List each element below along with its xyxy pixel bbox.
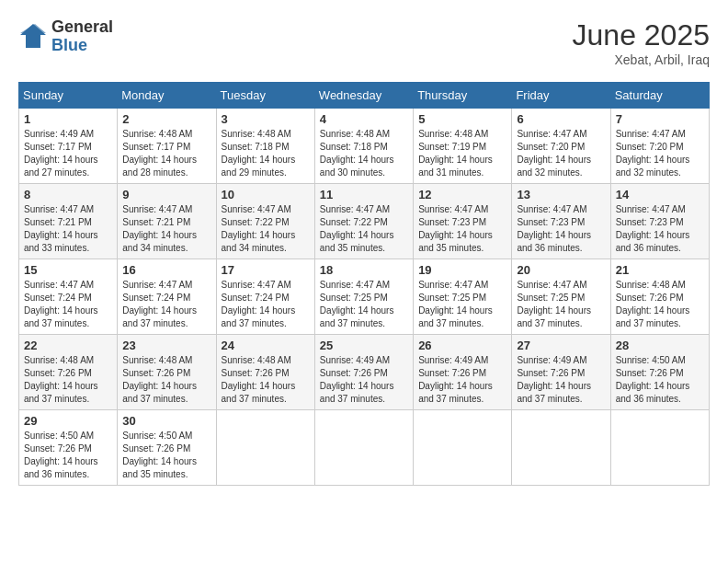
day-number: 25 xyxy=(320,339,408,352)
logo: General Blue xyxy=(18,18,113,55)
calendar-cell xyxy=(216,410,314,486)
day-number: 7 xyxy=(616,112,704,126)
day-info: Sunrise: 4:47 AMSunset: 7:20 PMDaylight:… xyxy=(616,129,690,178)
calendar-cell xyxy=(414,410,512,486)
day-info: Sunrise: 4:47 AMSunset: 7:25 PMDaylight:… xyxy=(517,280,591,328)
calendar-header-row: SundayMondayTuesdayWednesdayThursdayFrid… xyxy=(19,83,710,109)
calendar-cell: 1 Sunrise: 4:49 AMSunset: 7:17 PMDayligh… xyxy=(19,109,118,184)
calendar-cell: 21 Sunrise: 4:48 AMSunset: 7:26 PMDaylig… xyxy=(610,259,709,335)
calendar-week-row: 1 Sunrise: 4:49 AMSunset: 7:17 PMDayligh… xyxy=(19,109,710,184)
day-info: Sunrise: 4:47 AMSunset: 7:23 PMDaylight:… xyxy=(517,204,591,253)
title-section: June 2025 Xebat, Arbil, Iraq xyxy=(573,18,710,67)
calendar-cell: 5 Sunrise: 4:48 AMSunset: 7:19 PMDayligh… xyxy=(414,109,512,184)
calendar-cell: 17 Sunrise: 4:47 AMSunset: 7:24 PMDaylig… xyxy=(216,259,314,335)
calendar-cell xyxy=(314,410,413,486)
day-info: Sunrise: 4:48 AMSunset: 7:18 PMDaylight:… xyxy=(222,129,296,178)
day-info: Sunrise: 4:47 AMSunset: 7:25 PMDaylight:… xyxy=(320,280,394,328)
logo-icon xyxy=(18,22,48,52)
calendar-cell: 10 Sunrise: 4:47 AMSunset: 7:22 PMDaylig… xyxy=(216,184,314,259)
calendar-cell: 4 Sunrise: 4:48 AMSunset: 7:18 PMDayligh… xyxy=(314,109,413,184)
day-number: 30 xyxy=(122,414,210,428)
day-number: 4 xyxy=(320,112,408,126)
calendar-cell: 7 Sunrise: 4:47 AMSunset: 7:20 PMDayligh… xyxy=(610,109,709,184)
calendar-cell: 11 Sunrise: 4:47 AMSunset: 7:22 PMDaylig… xyxy=(314,184,413,259)
calendar-cell: 19 Sunrise: 4:47 AMSunset: 7:25 PMDaylig… xyxy=(414,259,512,335)
day-info: Sunrise: 4:49 AMSunset: 7:26 PMDaylight:… xyxy=(517,355,591,404)
day-number: 14 xyxy=(616,188,704,201)
calendar-cell: 14 Sunrise: 4:47 AMSunset: 7:23 PMDaylig… xyxy=(610,184,709,259)
day-info: Sunrise: 4:48 AMSunset: 7:26 PMDaylight:… xyxy=(24,355,98,404)
day-number: 26 xyxy=(418,339,506,352)
weekday-header: Tuesday xyxy=(216,83,314,109)
weekday-header: Monday xyxy=(118,83,216,109)
day-info: Sunrise: 4:47 AMSunset: 7:24 PMDaylight:… xyxy=(222,280,296,328)
calendar-cell: 8 Sunrise: 4:47 AMSunset: 7:21 PMDayligh… xyxy=(19,184,118,259)
day-number: 27 xyxy=(517,339,605,352)
calendar-cell: 18 Sunrise: 4:47 AMSunset: 7:25 PMDaylig… xyxy=(314,259,413,335)
day-number: 17 xyxy=(222,263,310,277)
month-title: June 2025 xyxy=(573,18,710,52)
day-number: 12 xyxy=(418,188,506,201)
calendar-cell: 23 Sunrise: 4:48 AMSunset: 7:26 PMDaylig… xyxy=(118,335,216,410)
day-number: 28 xyxy=(616,339,704,352)
calendar-cell: 2 Sunrise: 4:48 AMSunset: 7:17 PMDayligh… xyxy=(118,109,216,184)
day-number: 22 xyxy=(24,339,112,352)
calendar-cell: 25 Sunrise: 4:49 AMSunset: 7:26 PMDaylig… xyxy=(314,335,413,410)
day-info: Sunrise: 4:50 AMSunset: 7:26 PMDaylight:… xyxy=(24,431,98,479)
calendar-week-row: 8 Sunrise: 4:47 AMSunset: 7:21 PMDayligh… xyxy=(19,184,710,259)
day-info: Sunrise: 4:47 AMSunset: 7:21 PMDaylight:… xyxy=(122,204,197,253)
day-number: 6 xyxy=(517,112,605,126)
day-number: 23 xyxy=(122,339,210,352)
day-number: 15 xyxy=(24,263,112,277)
day-info: Sunrise: 4:50 AMSunset: 7:26 PMDaylight:… xyxy=(122,431,197,479)
calendar-cell: 26 Sunrise: 4:49 AMSunset: 7:26 PMDaylig… xyxy=(414,335,512,410)
day-number: 19 xyxy=(418,263,506,277)
day-info: Sunrise: 4:48 AMSunset: 7:26 PMDaylight:… xyxy=(222,355,296,404)
day-info: Sunrise: 4:47 AMSunset: 7:23 PMDaylight:… xyxy=(616,204,690,253)
calendar-cell: 16 Sunrise: 4:47 AMSunset: 7:24 PMDaylig… xyxy=(118,259,216,335)
calendar-cell: 12 Sunrise: 4:47 AMSunset: 7:23 PMDaylig… xyxy=(414,184,512,259)
day-number: 1 xyxy=(24,112,112,126)
day-info: Sunrise: 4:48 AMSunset: 7:26 PMDaylight:… xyxy=(616,280,690,328)
day-info: Sunrise: 4:47 AMSunset: 7:20 PMDaylight:… xyxy=(517,129,591,178)
calendar-cell xyxy=(610,410,709,486)
calendar-week-row: 22 Sunrise: 4:48 AMSunset: 7:26 PMDaylig… xyxy=(19,335,710,410)
calendar-week-row: 15 Sunrise: 4:47 AMSunset: 7:24 PMDaylig… xyxy=(19,259,710,335)
calendar-cell: 6 Sunrise: 4:47 AMSunset: 7:20 PMDayligh… xyxy=(512,109,610,184)
calendar-cell xyxy=(512,410,610,486)
calendar-cell: 28 Sunrise: 4:50 AMSunset: 7:26 PMDaylig… xyxy=(610,335,709,410)
weekday-header: Thursday xyxy=(414,83,512,109)
day-info: Sunrise: 4:47 AMSunset: 7:24 PMDaylight:… xyxy=(24,280,98,328)
day-info: Sunrise: 4:47 AMSunset: 7:22 PMDaylight:… xyxy=(222,204,296,253)
calendar-cell: 13 Sunrise: 4:47 AMSunset: 7:23 PMDaylig… xyxy=(512,184,610,259)
day-number: 18 xyxy=(320,263,408,277)
day-info: Sunrise: 4:47 AMSunset: 7:25 PMDaylight:… xyxy=(418,280,493,328)
calendar-week-row: 29 Sunrise: 4:50 AMSunset: 7:26 PMDaylig… xyxy=(19,410,710,486)
day-info: Sunrise: 4:47 AMSunset: 7:22 PMDaylight:… xyxy=(320,204,394,253)
day-info: Sunrise: 4:50 AMSunset: 7:26 PMDaylight:… xyxy=(616,355,690,404)
day-info: Sunrise: 4:48 AMSunset: 7:18 PMDaylight:… xyxy=(320,129,394,178)
day-number: 20 xyxy=(517,263,605,277)
day-number: 10 xyxy=(222,188,310,201)
day-info: Sunrise: 4:48 AMSunset: 7:17 PMDaylight:… xyxy=(122,129,197,178)
weekday-header: Saturday xyxy=(610,83,709,109)
calendar-cell: 15 Sunrise: 4:47 AMSunset: 7:24 PMDaylig… xyxy=(19,259,118,335)
calendar-cell: 22 Sunrise: 4:48 AMSunset: 7:26 PMDaylig… xyxy=(19,335,118,410)
day-number: 11 xyxy=(320,188,408,201)
day-info: Sunrise: 4:47 AMSunset: 7:24 PMDaylight:… xyxy=(122,280,197,328)
weekday-header: Wednesday xyxy=(314,83,413,109)
day-info: Sunrise: 4:49 AMSunset: 7:17 PMDaylight:… xyxy=(24,129,98,178)
page-header: General Blue June 2025 Xebat, Arbil, Ira… xyxy=(18,18,710,67)
calendar-cell: 20 Sunrise: 4:47 AMSunset: 7:25 PMDaylig… xyxy=(512,259,610,335)
calendar-cell: 29 Sunrise: 4:50 AMSunset: 7:26 PMDaylig… xyxy=(19,410,118,486)
day-info: Sunrise: 4:47 AMSunset: 7:21 PMDaylight:… xyxy=(24,204,98,253)
day-info: Sunrise: 4:49 AMSunset: 7:26 PMDaylight:… xyxy=(418,355,493,404)
day-info: Sunrise: 4:48 AMSunset: 7:19 PMDaylight:… xyxy=(418,129,493,178)
calendar-cell: 9 Sunrise: 4:47 AMSunset: 7:21 PMDayligh… xyxy=(118,184,216,259)
day-number: 21 xyxy=(616,263,704,277)
weekday-header: Friday xyxy=(512,83,610,109)
day-number: 8 xyxy=(24,188,112,201)
logo-general-text: General Blue xyxy=(51,18,113,55)
weekday-header: Sunday xyxy=(19,83,118,109)
calendar-cell: 30 Sunrise: 4:50 AMSunset: 7:26 PMDaylig… xyxy=(118,410,216,486)
